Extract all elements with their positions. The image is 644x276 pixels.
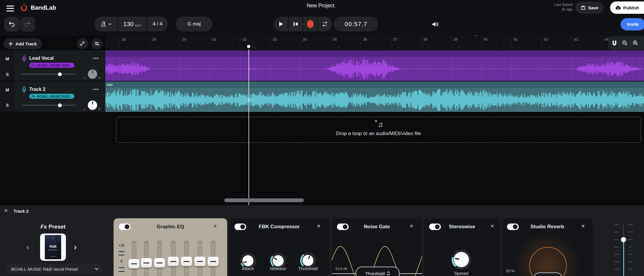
track-volume-knob[interactable] xyxy=(58,103,62,107)
publish-button[interactable]: Publish xyxy=(610,1,644,14)
redo-button[interactable] xyxy=(20,17,35,32)
pan-knob[interactable] xyxy=(88,100,97,110)
preset-dropdown[interactable]: BCHILL MUSIC R&B Vocal Preset xyxy=(5,264,102,274)
eq-band-handle[interactable] xyxy=(168,257,179,266)
eq-band-handle[interactable] xyxy=(141,258,152,268)
playhead-handle[interactable] xyxy=(247,45,250,48)
eq-band-handle[interactable] xyxy=(154,258,165,268)
release-label: Release xyxy=(262,266,294,271)
top-bar: BandLab New Project. Last Saved 1h ago S… xyxy=(0,0,644,15)
track-volume-slider[interactable] xyxy=(21,74,76,75)
stereowise-title: Stereowise xyxy=(424,224,500,230)
timeline-ruler[interactable]: 2829303132333435363738394041424344 xyxy=(105,36,644,50)
ruler-minor-tick xyxy=(406,47,406,49)
invite-button[interactable]: Invite xyxy=(621,18,644,30)
play-button[interactable] xyxy=(274,17,288,31)
cable-icon xyxy=(79,41,85,47)
track1-audio-clip[interactable] xyxy=(105,50,644,81)
hamburger-menu-button[interactable] xyxy=(6,4,14,13)
eq-band-handle[interactable] xyxy=(129,259,140,268)
track-name[interactable]: Track 2 xyxy=(29,87,45,92)
compressor-title: FBK Compressor xyxy=(229,224,329,230)
magnet-snap-button[interactable] xyxy=(611,40,618,46)
track-volume-slider[interactable] xyxy=(21,105,76,106)
ruler-minor-tick xyxy=(466,47,467,49)
close-icon[interactable]: × xyxy=(317,223,321,229)
bpm-value: 130 xyxy=(123,21,133,28)
preset-prev-button[interactable]: ‹ xyxy=(26,242,29,252)
output-fader-knob[interactable] xyxy=(621,237,626,242)
pan-knob[interactable] xyxy=(88,69,97,79)
transport-controls xyxy=(274,17,332,31)
ruler-bar-line xyxy=(270,36,270,50)
save-button[interactable]: Save xyxy=(576,2,604,13)
mixer-button[interactable] xyxy=(91,38,102,49)
panel-track-label: Track 2 xyxy=(13,209,29,214)
ruler-bar-line xyxy=(180,36,180,50)
close-icon[interactable]: × xyxy=(491,223,494,229)
bpm-unit: bpm xyxy=(135,23,141,27)
close-icon[interactable]: × xyxy=(410,223,413,229)
brand-logo[interactable]: BandLab xyxy=(20,3,56,12)
track2-mute-button[interactable]: M xyxy=(0,87,15,92)
preset-artwork-card[interactable]: b R&B xyxy=(40,234,66,261)
track-name[interactable]: Lead Vocal xyxy=(29,56,54,61)
track-fx-preset-badge[interactable]: Fx BCHILL MUSIC R&B... xyxy=(29,63,74,68)
record-button[interactable] xyxy=(303,17,317,31)
ruler-bar-number: 34 xyxy=(303,38,307,42)
ruler-minor-tick xyxy=(496,47,497,49)
zoom-in-button[interactable] xyxy=(632,40,639,46)
track2-header[interactable]: Track 2 ••• Fx BCHILL MUSIC R&B... L R xyxy=(15,81,105,112)
track1-mute-button[interactable]: M xyxy=(0,56,15,61)
close-panel-icon[interactable]: × xyxy=(4,207,8,213)
skip-to-start-button[interactable] xyxy=(289,17,303,31)
track2-audio-clip[interactable]: wav xyxy=(105,81,644,112)
speaker-icon[interactable] xyxy=(431,21,439,28)
ruler-minor-tick xyxy=(195,47,195,49)
ruler-bar-number: 37 xyxy=(393,38,397,42)
preset-next-button[interactable]: › xyxy=(74,242,77,252)
metronome-button[interactable] xyxy=(94,17,118,31)
spread-knob[interactable] xyxy=(451,250,471,270)
time-signature-button[interactable]: 4 / 4 xyxy=(147,17,168,31)
eq-band-handle[interactable] xyxy=(208,257,219,266)
track-fx-preset-badge[interactable]: Fx BCHILL MUSIC R&B... xyxy=(29,94,74,99)
track-menu-icon[interactable]: ••• xyxy=(93,87,99,92)
key-button[interactable]: G maj xyxy=(176,17,213,31)
horizontal-scrollbar[interactable] xyxy=(224,198,304,202)
studio-reverb-title: Studio Reverb xyxy=(502,224,593,230)
ruler-minor-tick xyxy=(474,47,474,49)
ruler-minor-tick xyxy=(316,47,316,49)
file-drop-zone[interactable]: ♫ + Drop a loop or an audio/MIDI/video f… xyxy=(116,117,641,143)
eq-band-handle[interactable] xyxy=(194,257,205,266)
track1-solo-button[interactable]: S xyxy=(0,72,15,77)
reverb-param-selector[interactable]: Mix xyxy=(533,272,563,276)
patch-cable-button[interactable] xyxy=(77,38,88,49)
bpm-button[interactable]: 130 bpm xyxy=(118,17,146,31)
close-icon[interactable]: × xyxy=(213,223,217,229)
ruler-minor-tick xyxy=(157,47,157,49)
track-menu-icon[interactable]: ••• xyxy=(93,56,99,61)
time-display[interactable]: 00:57.7 xyxy=(334,17,378,31)
plus-icon xyxy=(8,42,13,46)
zoom-out-button[interactable] xyxy=(622,40,628,46)
ruler-bar-line xyxy=(481,36,482,50)
ruler-bar-number: 41 xyxy=(514,38,518,42)
ruler-bar-number: 33 xyxy=(273,38,277,42)
eq-band-handle[interactable] xyxy=(181,257,192,266)
gate-param-selector[interactable]: Threshold xyxy=(356,267,400,276)
add-track-button[interactable]: Add Track xyxy=(4,38,42,49)
ruler-bar-number: 36 xyxy=(363,38,367,42)
project-title[interactable]: New Project. xyxy=(277,3,365,9)
track-volume-knob[interactable] xyxy=(58,72,62,76)
ruler-bar-number: 44 xyxy=(604,38,608,42)
loop-button[interactable] xyxy=(318,17,332,31)
mic-icon xyxy=(22,55,27,62)
drop-zone-text: Drop a loop or an audio/MIDI/video file xyxy=(117,131,640,137)
track2-solo-button[interactable]: S xyxy=(0,103,15,108)
pan-right-label: R xyxy=(98,76,100,79)
undo-button[interactable] xyxy=(4,17,19,32)
graphic-eq-title: Graphic EQ xyxy=(114,224,227,230)
close-icon[interactable]: × xyxy=(581,223,585,229)
track1-header[interactable]: Lead Vocal ••• Fx BCHILL MUSIC R&B... L … xyxy=(15,50,105,81)
